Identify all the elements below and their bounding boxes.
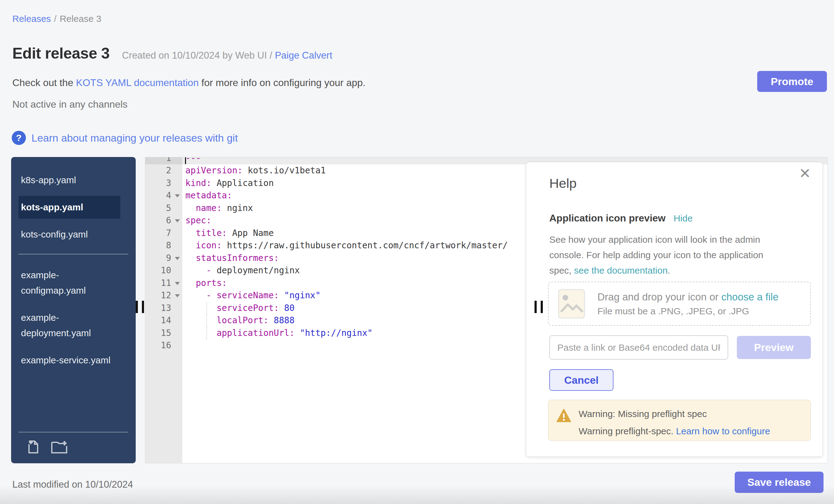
breadcrumb-separator: / bbox=[54, 14, 57, 24]
kots-yaml-docs-link[interactable]: KOTS YAML documentation bbox=[76, 77, 199, 88]
file-list: k8s-app.yamlkots-app.yamlkots-config.yam… bbox=[11, 169, 136, 372]
dropzone-pre-text: Drag and drop your icon or bbox=[597, 291, 721, 303]
breadcrumb: Releases/Release 3 bbox=[12, 14, 102, 24]
warning-icon bbox=[556, 409, 571, 423]
fold-arrow-icon[interactable] bbox=[175, 257, 180, 260]
indent-guide bbox=[206, 302, 207, 314]
indent-guide bbox=[206, 314, 207, 327]
warning-detail: Warning preflight-spec. Learn how to con… bbox=[578, 426, 770, 436]
created-meta: Created on 10/10/2024 by Web UI / Paige … bbox=[122, 50, 332, 61]
file-item-kots-app.yaml[interactable]: kots-app.yaml bbox=[19, 196, 120, 219]
preview-button[interactable]: Preview bbox=[737, 336, 811, 359]
text-cursor bbox=[185, 157, 186, 164]
preflight-warning: Warning: Missing preflight spec Warning … bbox=[548, 400, 811, 441]
icon-preview-title: Application icon preview bbox=[549, 213, 665, 224]
help-title: Help bbox=[549, 176, 808, 191]
file-item-k8s-app.yaml[interactable]: k8s-app.yaml bbox=[19, 169, 120, 192]
sidebar-footer bbox=[11, 424, 136, 457]
docs-pre-text: Check out the bbox=[12, 77, 76, 88]
icon-dropzone[interactable]: Drag and drop your icon or choose a file… bbox=[548, 282, 811, 326]
promote-button[interactable]: Promote bbox=[757, 71, 827, 92]
panel-resize-handle-right[interactable] bbox=[534, 301, 544, 313]
dropzone-text: Drag and drop your icon or choose a file bbox=[597, 291, 778, 303]
file-group-divider bbox=[19, 254, 128, 255]
breadcrumb-current: Release 3 bbox=[60, 14, 101, 24]
fold-arrow-icon[interactable] bbox=[175, 219, 180, 222]
fold-arrow-icon[interactable] bbox=[175, 282, 180, 285]
help-question-icon: ? bbox=[12, 131, 26, 145]
file-item-example-deployment.yaml[interactable]: example-deployment.yaml bbox=[19, 306, 120, 345]
choose-file-link[interactable]: choose a file bbox=[721, 291, 778, 303]
dropzone-hint: File must be a .PNG, .JPEG, or .JPG bbox=[597, 306, 778, 316]
release-editor-page: Releases/Release 3 Edit release 3 Create… bbox=[0, 0, 834, 504]
hide-link[interactable]: Hide bbox=[674, 213, 693, 224]
created-text: Created on 10/10/2024 by Web UI / bbox=[122, 50, 272, 61]
docs-post-text: for more info on configuring your app. bbox=[199, 77, 366, 88]
fold-arrow-icon[interactable] bbox=[175, 194, 180, 197]
help-panel: ✕ Help Application icon preview Hide See… bbox=[526, 162, 823, 457]
file-tree-sidebar: k8s-app.yamlkots-app.yamlkots-config.yam… bbox=[11, 157, 136, 463]
fold-arrow-icon[interactable] bbox=[175, 294, 180, 297]
file-item-kots-config.yaml[interactable]: kots-config.yaml bbox=[19, 223, 120, 246]
file-item-example-service.yaml[interactable]: example-service.yaml bbox=[19, 349, 120, 372]
image-placeholder-icon bbox=[558, 289, 585, 319]
warning-detail-text: Warning preflight-spec. bbox=[578, 426, 676, 436]
save-release-button[interactable]: Save release bbox=[735, 472, 824, 493]
see-documentation-link[interactable]: see the documentation bbox=[574, 265, 668, 276]
docs-line: Check out the KOTS YAML documentation fo… bbox=[12, 77, 366, 89]
icon-url-input[interactable] bbox=[549, 335, 728, 360]
file-item-example-configmap.yaml[interactable]: example-configmap.yaml bbox=[19, 264, 120, 302]
add-folder-icon[interactable] bbox=[50, 439, 69, 455]
warning-title: Warning: Missing preflight spec bbox=[578, 409, 770, 419]
page-title: Edit release 3 bbox=[12, 44, 109, 62]
close-icon[interactable]: ✕ bbox=[799, 164, 811, 182]
indent-guide bbox=[206, 327, 207, 339]
git-releases-link[interactable]: Learn about managing your releases with … bbox=[31, 132, 238, 144]
description-period: . bbox=[668, 265, 670, 276]
configure-preflight-link[interactable]: Learn how to configure bbox=[676, 426, 770, 436]
icon-preview-description: See how your application icon will look … bbox=[549, 232, 787, 278]
last-modified-text: Last modified on 10/10/2024 bbox=[12, 479, 133, 490]
breadcrumb-releases-link[interactable]: Releases bbox=[12, 14, 51, 24]
channel-status: Not active in any channels bbox=[12, 99, 128, 110]
cancel-button[interactable]: Cancel bbox=[549, 369, 613, 391]
author-link[interactable]: Paige Calvert bbox=[275, 50, 332, 61]
add-file-icon[interactable] bbox=[25, 439, 41, 455]
panel-resize-handle-left[interactable] bbox=[136, 301, 145, 313]
